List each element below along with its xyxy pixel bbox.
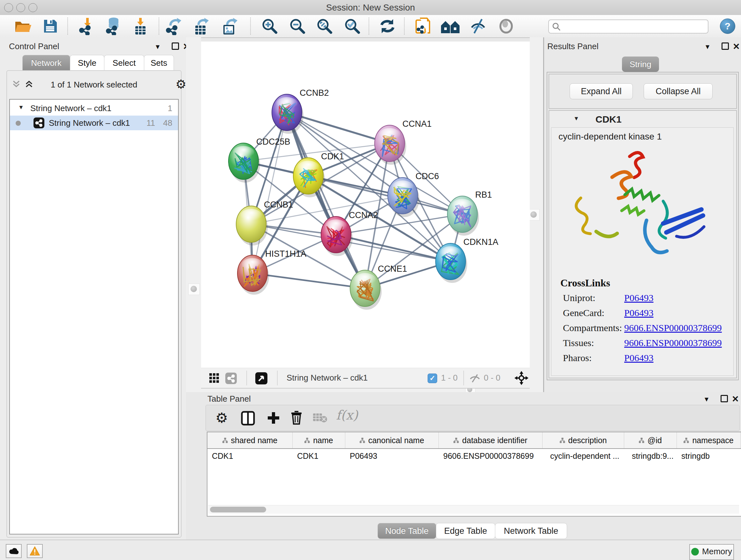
tab-sets[interactable]: Sets	[144, 55, 174, 71]
import-table-icon[interactable]	[131, 17, 149, 35]
export-network-icon[interactable]	[165, 17, 184, 35]
table-cell: CDK1	[207, 449, 293, 463]
column-header-name[interactable]: name	[293, 432, 345, 448]
tab-edge-table[interactable]: Edge Table	[436, 523, 495, 539]
panel-menu-icon[interactable]: ▾	[704, 395, 709, 403]
column-header-namespace[interactable]: namespace	[677, 432, 741, 448]
open-session-icon[interactable]	[14, 18, 32, 34]
crosslink-value[interactable]: 9606.ENSP00000378699	[624, 322, 722, 333]
column-type-icon	[560, 438, 565, 443]
network-tree: ▼ String Network – cdk1 1 String Network…	[9, 99, 179, 535]
network-canvas[interactable]: CCNB2CCNA1CDC25BCDK1CDC6RB1CCNB1CCNA2CDK…	[201, 42, 530, 368]
hide-glyphs-icon[interactable]	[469, 18, 487, 35]
left-splitter-handle[interactable]	[188, 284, 200, 295]
import-network-database-icon[interactable]	[104, 17, 124, 35]
columns-icon[interactable]	[241, 411, 255, 426]
network-node-CCNB2[interactable]: CCNB2	[272, 88, 329, 134]
crosslink-value[interactable]: P06493	[624, 307, 654, 318]
collection-expand-icon[interactable]: ▼	[18, 104, 24, 111]
node-label-CDKN1A: CDKN1A	[463, 237, 498, 247]
selected-checkbox[interactable]: ✓	[428, 374, 437, 383]
network-node-CCNE1[interactable]: CCNE1	[350, 264, 407, 310]
network-node-RB1[interactable]: RB1	[448, 190, 492, 236]
panel-close-icon[interactable]: ✕	[733, 42, 740, 52]
tab-network[interactable]: Network	[22, 55, 70, 71]
document-network-icon[interactable]	[414, 17, 432, 36]
tab-node-table[interactable]: Node Table	[378, 523, 436, 539]
network-node-CCNA1[interactable]: CCNA1	[375, 119, 432, 165]
crosslink-value[interactable]: P06493	[624, 353, 654, 363]
memory-button[interactable]: Memory	[689, 544, 734, 560]
left-splitter[interactable]	[186, 37, 201, 392]
home-icon[interactable]	[441, 18, 460, 34]
right-splitter-handle[interactable]	[528, 209, 540, 221]
panel-float-icon[interactable]	[722, 43, 729, 52]
network-collection-row[interactable]: ▼ String Network – cdk1 1	[10, 101, 178, 116]
search-field[interactable]	[548, 19, 709, 34]
table-row[interactable]: CDK1CDK1P064939606.ENSP00000378699cyclin…	[207, 449, 741, 463]
tab-style[interactable]: Style	[70, 55, 105, 71]
table-toolbar: ⚙ f(x)	[205, 405, 740, 431]
crosslink-value[interactable]: 9606.ENSP00000378699	[624, 337, 722, 348]
network-view-toolbar: String Network – cdk1 ✓ 1 - 0 0 - 0	[201, 368, 530, 388]
zoom-out-icon[interactable]	[289, 17, 306, 35]
grid-view-icon[interactable]	[209, 373, 219, 383]
cdk1-section-header[interactable]: ▼ CDK1	[549, 111, 736, 127]
panel-float-icon[interactable]	[721, 395, 728, 404]
scrollbar-thumb[interactable]	[210, 507, 266, 512]
import-network-file-icon[interactable]	[78, 17, 97, 35]
hidden-count: 0 - 0	[484, 373, 500, 383]
crosshair-icon[interactable]	[515, 371, 529, 385]
export-table-icon[interactable]	[192, 17, 211, 35]
help-icon[interactable]: ?	[720, 18, 735, 34]
section-collapse-icon[interactable]: ▼	[574, 115, 579, 122]
toolbar-separator	[404, 17, 405, 35]
refresh-icon[interactable]	[379, 18, 396, 35]
cloud-button[interactable]	[6, 544, 22, 558]
add-column-icon[interactable]	[266, 411, 280, 425]
node-label-HIST1H1A: HIST1H1A	[265, 249, 307, 259]
panel-float-icon[interactable]	[172, 43, 179, 52]
panel-menu-icon[interactable]: ▾	[156, 42, 159, 51]
network-graph[interactable]: CCNB2CCNA1CDC25BCDK1CDC6RB1CCNB1CCNA2CDK…	[201, 42, 530, 368]
network-node-HIST1H1A[interactable]: HIST1H1A	[238, 249, 307, 295]
collapse-all-button[interactable]: Collapse All	[644, 83, 713, 99]
panel-menu-icon[interactable]: ▾	[705, 42, 710, 51]
gear-icon[interactable]: ⚙	[176, 77, 186, 91]
tab-string[interactable]: String	[622, 57, 659, 72]
delete-icon[interactable]	[290, 410, 303, 425]
zoom-in-icon[interactable]	[261, 17, 278, 35]
cdk1-section-content: cyclin-dependent kinase 1	[551, 127, 734, 376]
column-header-database-identifier[interactable]: database identifier	[439, 432, 542, 448]
tab-network-table[interactable]: Network Table	[495, 523, 567, 539]
expand-all-button[interactable]: Expand All	[569, 83, 633, 99]
column-header-shared-name[interactable]: shared name	[207, 432, 293, 448]
column-header-canonical-name[interactable]: canonical name	[345, 432, 439, 448]
zoom-fit-icon[interactable]	[316, 17, 333, 35]
delete-table-icon[interactable]	[313, 412, 328, 424]
string-network-icon	[33, 118, 44, 128]
network-node-CDC25B[interactable]: CDC25B	[228, 137, 290, 183]
search-input[interactable]	[563, 21, 704, 32]
network-node-CCNB1[interactable]: CCNB1	[236, 200, 293, 246]
zoom-selected-icon[interactable]	[344, 17, 361, 35]
network-label: String Network – cdk1	[49, 118, 130, 128]
network-row-selected[interactable]: String Network – cdk1 11 48	[10, 116, 178, 130]
column-header--id[interactable]: @id	[624, 432, 677, 448]
column-type-icon	[305, 438, 310, 443]
panel-close-icon[interactable]: ✕	[732, 394, 739, 404]
network-node-CDC6[interactable]: CDC6	[388, 172, 439, 217]
column-header-description[interactable]: description	[542, 432, 624, 448]
show-glyphs-icon[interactable]	[498, 18, 515, 35]
crosslink-value[interactable]: P06493	[624, 293, 654, 303]
tab-select[interactable]: Select	[104, 55, 144, 71]
warning-button[interactable]	[27, 544, 43, 558]
horizontal-scrollbar[interactable]	[208, 505, 739, 514]
function-builder-icon[interactable]: f(x)	[336, 408, 358, 422]
string-share-icon[interactable]	[225, 373, 237, 384]
save-session-icon[interactable]	[42, 18, 58, 34]
gear-icon[interactable]: ⚙	[215, 410, 228, 426]
birdseye-icon[interactable]	[255, 372, 267, 384]
network-node-CDKN1A[interactable]: CDKN1A	[435, 237, 498, 283]
export-image-icon[interactable]	[221, 17, 239, 35]
